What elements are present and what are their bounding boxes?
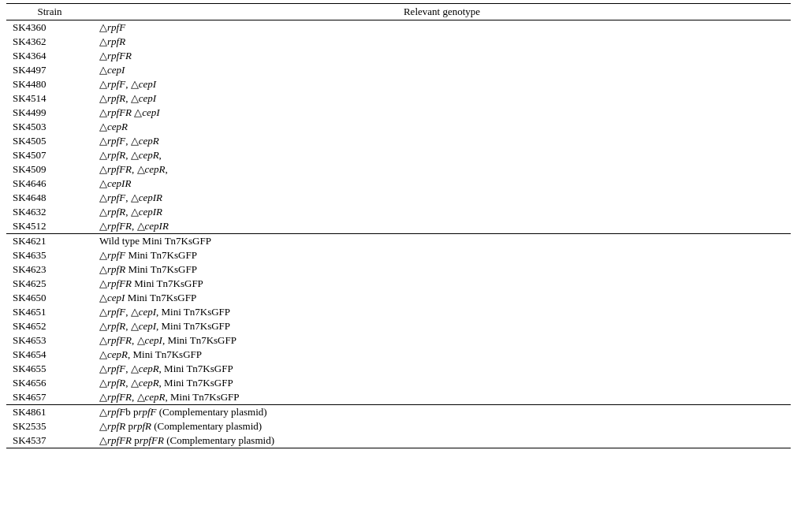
- cell-genotype: △rpfF, △cepIR: [93, 191, 791, 205]
- cell-genotype: △cepI Mini Tn7KsGFP: [93, 291, 791, 305]
- cell-genotype: △cepIR: [93, 177, 791, 191]
- table-row: SK4507△rpfR, △cepR,: [6, 148, 791, 162]
- cell-strain: SK4653: [6, 333, 93, 348]
- cell-genotype: △rpfFR, △cepIR: [93, 219, 791, 234]
- cell-strain: SK4505: [6, 134, 93, 148]
- cell-genotype: △rpfFR: [93, 49, 791, 63]
- cell-strain: SK4654: [6, 348, 93, 362]
- table-row: SK4503△cepR: [6, 120, 791, 134]
- table-row: SK4650△cepI Mini Tn7KsGFP: [6, 291, 791, 305]
- cell-genotype: △rpfF Mini Tn7KsGFP: [93, 248, 791, 262]
- table-header-row: Strain Relevant genotype: [6, 4, 791, 20]
- cell-strain: SK4650: [6, 291, 93, 305]
- cell-strain: SK4514: [6, 91, 93, 106]
- table-row: SK4505△rpfF, △cepR: [6, 134, 791, 148]
- cell-strain: SK4362: [6, 35, 93, 49]
- cell-strain: SK4652: [6, 319, 93, 333]
- cell-strain: SK4509: [6, 162, 93, 177]
- table-row: SK4625△rpfFR Mini Tn7KsGFP: [6, 277, 791, 291]
- cell-genotype: △rpfR, △cepR,: [93, 148, 791, 162]
- table-row: SK4497△cepI: [6, 63, 791, 77]
- cell-strain: SK4651: [6, 305, 93, 319]
- cell-genotype: △rpfF, △cepR, Mini Tn7KsGFP: [93, 362, 791, 376]
- table-row: SK4364△rpfFR: [6, 49, 791, 63]
- cell-strain: SK4655: [6, 362, 93, 376]
- table-row: SK4861△rpfFb prpfF (Complementary plasmi…: [6, 405, 791, 420]
- cell-genotype: △cepR: [93, 120, 791, 134]
- table-row: SK4632△rpfR, △cepIR: [6, 205, 791, 219]
- cell-genotype: △rpfFR △cepI: [93, 106, 791, 120]
- table-row: SK4655△rpfF, △cepR, Mini Tn7KsGFP: [6, 362, 791, 376]
- cell-genotype: Wild type Mini Tn7KsGFP: [93, 234, 791, 249]
- table-row: SK4509△rpfFR, △cepR,: [6, 162, 791, 177]
- table-row: SK4512△rpfFR, △cepIR: [6, 219, 791, 234]
- table-row: SK4652△rpfR, △cepI, Mini Tn7KsGFP: [6, 319, 791, 333]
- cell-genotype: △rpfR, △cepIR: [93, 205, 791, 219]
- cell-strain: SK4623: [6, 262, 93, 277]
- table-row: SK4623△rpfR Mini Tn7KsGFP: [6, 262, 791, 277]
- main-container: Strain Relevant genotype SK4360△rpfFSK43…: [0, 0, 797, 452]
- cell-genotype: △cepI: [93, 63, 791, 77]
- cell-strain: SK4646: [6, 177, 93, 191]
- strains-table: Strain Relevant genotype SK4360△rpfFSK43…: [6, 3, 791, 448]
- table-row: SK4360△rpfF: [6, 20, 791, 35]
- cell-strain: SK4360: [6, 20, 93, 35]
- table-row: SK2535△rpfR prpfR (Complementary plasmid…: [6, 419, 791, 433]
- header-strain: Strain: [6, 4, 93, 20]
- cell-strain: SK4635: [6, 248, 93, 262]
- cell-genotype: △cepR, Mini Tn7KsGFP: [93, 348, 791, 362]
- table-row: SK4621Wild type Mini Tn7KsGFP: [6, 234, 791, 249]
- table-row: SK4499△rpfFR △cepI: [6, 106, 791, 120]
- cell-genotype: △rpfR, △cepI: [93, 91, 791, 106]
- table-row: SK4651△rpfF, △cepI, Mini Tn7KsGFP: [6, 305, 791, 319]
- cell-genotype: △rpfR Mini Tn7KsGFP: [93, 262, 791, 277]
- cell-genotype: △rpfR: [93, 35, 791, 49]
- cell-strain: SK4657: [6, 390, 93, 405]
- cell-strain: SK4632: [6, 205, 93, 219]
- cell-strain: SK4497: [6, 63, 93, 77]
- table-row: SK4653△rpfFR, △cepI, Mini Tn7KsGFP: [6, 333, 791, 348]
- cell-strain: SK4480: [6, 77, 93, 91]
- cell-strain: SK4364: [6, 49, 93, 63]
- table-row: SK4480△rpfF, △cepI: [6, 77, 791, 91]
- cell-genotype: △rpfFR prpfFR (Complementary plasmid): [93, 433, 791, 448]
- cell-genotype: △rpfR, △cepR, Mini Tn7KsGFP: [93, 376, 791, 390]
- cell-genotype: △rpfFR, △cepI, Mini Tn7KsGFP: [93, 333, 791, 348]
- cell-strain: SK4625: [6, 277, 93, 291]
- table-row: SK4657△rpfFR, △cepR, Mini Tn7KsGFP: [6, 390, 791, 405]
- cell-genotype: △rpfF, △cepR: [93, 134, 791, 148]
- cell-strain: SK4503: [6, 120, 93, 134]
- cell-strain: SK4499: [6, 106, 93, 120]
- cell-genotype: △rpfFR Mini Tn7KsGFP: [93, 277, 791, 291]
- cell-genotype: △rpfFR, △cepR, Mini Tn7KsGFP: [93, 390, 791, 405]
- cell-genotype: △rpfF, △cepI, Mini Tn7KsGFP: [93, 305, 791, 319]
- cell-strain: SK4621: [6, 234, 93, 249]
- cell-strain: SK4861: [6, 405, 93, 420]
- table-row: SK4362△rpfR: [6, 35, 791, 49]
- cell-strain: SK4537: [6, 433, 93, 448]
- cell-genotype: △rpfF: [93, 20, 791, 35]
- cell-strain: SK2535: [6, 419, 93, 433]
- table-row: SK4514△rpfR, △cepI: [6, 91, 791, 106]
- cell-genotype: △rpfR prpfR (Complementary plasmid): [93, 419, 791, 433]
- cell-genotype: △rpfF, △cepI: [93, 77, 791, 91]
- cell-genotype: △rpfFR, △cepR,: [93, 162, 791, 177]
- cell-strain: SK4648: [6, 191, 93, 205]
- cell-genotype: △rpfR, △cepI, Mini Tn7KsGFP: [93, 319, 791, 333]
- cell-genotype: △rpfFb prpfF (Complementary plasmid): [93, 405, 791, 420]
- cell-strain: SK4656: [6, 376, 93, 390]
- table-row: SK4654△cepR, Mini Tn7KsGFP: [6, 348, 791, 362]
- cell-strain: SK4512: [6, 219, 93, 234]
- header-genotype: Relevant genotype: [93, 4, 791, 20]
- table-row: SK4635△rpfF Mini Tn7KsGFP: [6, 248, 791, 262]
- table-row: SK4648△rpfF, △cepIR: [6, 191, 791, 205]
- table-row: SK4537△rpfFR prpfFR (Complementary plasm…: [6, 433, 791, 448]
- cell-strain: SK4507: [6, 148, 93, 162]
- table-row: SK4656△rpfR, △cepR, Mini Tn7KsGFP: [6, 376, 791, 390]
- table-row: SK4646△cepIR: [6, 177, 791, 191]
